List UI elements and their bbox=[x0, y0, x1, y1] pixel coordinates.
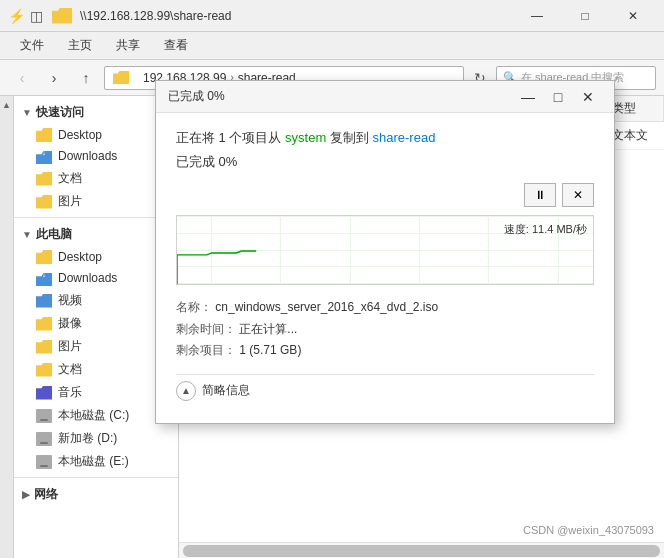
title-bar-path: \\192.168.128.99\share-read bbox=[80, 9, 514, 23]
quick-access-label: 快速访问 bbox=[36, 104, 84, 121]
dialog-title-controls: — □ ✕ bbox=[514, 86, 602, 108]
drive-e-icon bbox=[36, 455, 52, 469]
ribbon-tab-view[interactable]: 查看 bbox=[152, 33, 200, 58]
detail-name: 名称： cn_windows_server_2016_x64_dvd_2.iso bbox=[176, 297, 594, 319]
title-bar-icons: ⚡ ◫ bbox=[8, 8, 44, 24]
close-button[interactable]: ✕ bbox=[610, 0, 656, 32]
ribbon-tab-share[interactable]: 共享 bbox=[104, 33, 152, 58]
downloads-icon: ↓ bbox=[36, 148, 52, 164]
sidebar-section-thispc[interactable]: ▼ 此电脑 bbox=[14, 222, 178, 247]
sidebar-item-desktop-pc[interactable]: Desktop bbox=[14, 247, 178, 267]
sidebar-item-pictures-pc[interactable]: 图片 bbox=[14, 335, 178, 358]
detail-name-value: cn_windows_server_2016_x64_dvd_2.iso bbox=[215, 300, 438, 314]
progress-chart: 速度: 11.4 MB/秒 bbox=[176, 215, 594, 285]
sidebar-item-docs-quick[interactable]: 文档 bbox=[14, 167, 178, 190]
forward-button[interactable]: › bbox=[40, 64, 68, 92]
sidebar-item-music[interactable]: 音乐 bbox=[14, 381, 178, 404]
folder-icon bbox=[36, 363, 52, 377]
sidebar-item-label: 音乐 bbox=[58, 384, 82, 401]
sidebar-item-drive-c[interactable]: 本地磁盘 (C:) bbox=[14, 404, 178, 427]
sidebar-item-video[interactable]: 视频 bbox=[14, 289, 178, 312]
sidebar-section-quick-access[interactable]: ▼ 快速访问 bbox=[14, 100, 178, 125]
copy-from: system bbox=[285, 130, 326, 145]
folder-icon bbox=[36, 195, 52, 209]
maximize-button[interactable]: □ bbox=[562, 0, 608, 32]
ribbon-tab-home[interactable]: 主页 bbox=[56, 33, 104, 58]
sidebar-item-label: 本地磁盘 (C:) bbox=[58, 407, 129, 424]
drive-d-icon bbox=[36, 432, 52, 446]
sidebar-item-pictures-quick[interactable]: 图片 bbox=[14, 190, 178, 213]
sidebar-item-label: 视频 bbox=[58, 292, 82, 309]
progress-controls: ⏸ ✕ bbox=[176, 183, 594, 207]
dialog-title: 已完成 0% bbox=[168, 88, 225, 105]
chevron-down-icon: ▼ bbox=[22, 107, 32, 118]
copy-desc2: 复制到 bbox=[330, 130, 369, 145]
chevron-down-icon: ▼ bbox=[22, 229, 32, 240]
title-bar-controls: — □ ✕ bbox=[514, 0, 656, 32]
copy-desc1: 正在将 1 个项目从 bbox=[176, 130, 281, 145]
sidebar-item-label: 图片 bbox=[58, 193, 82, 210]
scroll-area bbox=[179, 542, 664, 558]
minimize-button[interactable]: — bbox=[514, 0, 560, 32]
thispc-label: 此电脑 bbox=[36, 226, 72, 243]
sidebar-divider bbox=[14, 477, 178, 478]
sidebar-item-label: Desktop bbox=[58, 250, 102, 264]
pause-button[interactable]: ⏸ bbox=[524, 183, 556, 207]
detail-name-label: 名称： bbox=[176, 300, 212, 314]
detail-remaining-items: 剩余项目： 1 (5.71 GB) bbox=[176, 340, 594, 362]
folder-icon-camera bbox=[36, 317, 52, 331]
sidebar-item-docs-pc[interactable]: 文档 bbox=[14, 358, 178, 381]
ribbon-menu: 文件 主页 共享 查看 bbox=[0, 32, 664, 60]
dialog-close-button[interactable]: ✕ bbox=[574, 86, 602, 108]
sidebar-item-label: Desktop bbox=[58, 128, 102, 142]
folder-icon bbox=[36, 340, 52, 354]
sidebar-item-camera[interactable]: 摄像 bbox=[14, 312, 178, 335]
scrollbar-thumb[interactable] bbox=[183, 545, 660, 557]
folder-icon bbox=[36, 128, 52, 142]
drive-c-icon bbox=[36, 409, 52, 423]
quick-access-icon[interactable]: ⚡ bbox=[8, 8, 24, 24]
sidebar-item-drive-e[interactable]: 本地磁盘 (E:) bbox=[14, 450, 178, 473]
summary-toggle[interactable]: ▲ 简略信息 bbox=[176, 374, 594, 407]
sidebar-item-downloads-quick[interactable]: ↓ Downloads bbox=[14, 145, 178, 167]
sidebar-item-desktop-quick[interactable]: Desktop bbox=[14, 125, 178, 145]
sidebar-item-label: 本地磁盘 (E:) bbox=[58, 453, 129, 470]
back-button[interactable]: ‹ bbox=[8, 64, 36, 92]
copy-details: 名称： cn_windows_server_2016_x64_dvd_2.iso… bbox=[176, 297, 594, 362]
detail-items-label: 剩余项目： bbox=[176, 343, 236, 357]
sidebar-toggle[interactable]: ▲ bbox=[0, 96, 14, 558]
dialog-maximize-button[interactable]: □ bbox=[544, 86, 572, 108]
folder-icon-video bbox=[36, 294, 52, 308]
sidebar-item-downloads-pc[interactable]: ↓ Downloads bbox=[14, 267, 178, 289]
sidebar-section-network[interactable]: ▶ 网络 bbox=[14, 482, 178, 507]
detail-remaining-time: 剩余时间： 正在计算... bbox=[176, 319, 594, 341]
watermark: CSDN @weixin_43075093 bbox=[523, 524, 654, 536]
ribbon-tab-file[interactable]: 文件 bbox=[8, 33, 56, 58]
dialog-body: 正在将 1 个项目从 system 复制到 share-read 已完成 0% … bbox=[156, 113, 614, 423]
downloads-icon: ↓ bbox=[36, 270, 52, 286]
folder-icon-title[interactable]: ◫ bbox=[28, 8, 44, 24]
speed-label: 速度: 11.4 MB/秒 bbox=[504, 222, 587, 237]
sidebar-item-label: Downloads bbox=[58, 149, 117, 163]
folder-icon-music bbox=[36, 386, 52, 400]
copy-description: 正在将 1 个项目从 system 复制到 share-read bbox=[176, 129, 594, 147]
sidebar-divider bbox=[14, 217, 178, 218]
up-button[interactable]: ↑ bbox=[72, 64, 100, 92]
sidebar-item-label: 新加卷 (D:) bbox=[58, 430, 117, 447]
title-bar-folder-icon bbox=[52, 8, 72, 24]
copy-to: share-read bbox=[373, 130, 436, 145]
sidebar-item-drive-d[interactable]: 新加卷 (D:) bbox=[14, 427, 178, 450]
dialog-minimize-button[interactable]: — bbox=[514, 86, 542, 108]
progress-dialog[interactable]: 已完成 0% — □ ✕ 正在将 1 个项目从 system 复制到 share… bbox=[155, 80, 615, 424]
chevron-right-icon: ▶ bbox=[22, 489, 30, 500]
sidebar-item-label: 摄像 bbox=[58, 315, 82, 332]
cancel-button[interactable]: ✕ bbox=[562, 183, 594, 207]
sidebar-item-label: 图片 bbox=[58, 338, 82, 355]
sidebar-item-label: 文档 bbox=[58, 170, 82, 187]
title-bar: ⚡ ◫ \\192.168.128.99\share-read — □ ✕ bbox=[0, 0, 664, 32]
progress-percent: 已完成 0% bbox=[176, 153, 594, 171]
folder-icon bbox=[36, 250, 52, 264]
scrollbar-track[interactable] bbox=[183, 545, 660, 557]
sidebar-item-label: 文档 bbox=[58, 361, 82, 378]
detail-items-value: 1 (5.71 GB) bbox=[239, 343, 301, 357]
